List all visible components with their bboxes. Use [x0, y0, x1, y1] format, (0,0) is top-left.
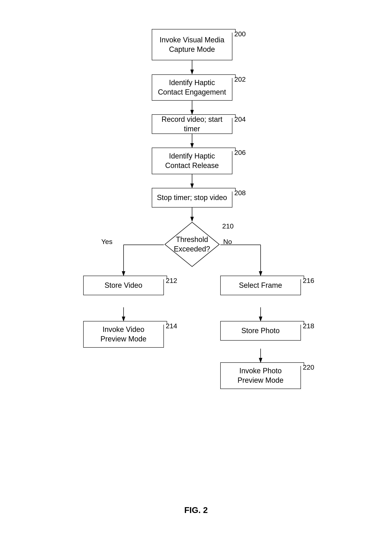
label-214: 214 [166, 322, 177, 330]
no-label: No [223, 238, 232, 245]
label-220: 220 [303, 363, 314, 371]
label-200: 200 [234, 30, 246, 38]
figure-caption: FIG. 2 [55, 505, 337, 515]
node-216: Select Frame [220, 276, 301, 295]
node-210: ThresholdExceeded? [164, 221, 220, 268]
node-202: Identify HapticContact Engagement [152, 74, 232, 101]
node-218: Store Photo [220, 321, 301, 341]
node-214: Invoke VideoPreview Mode [83, 321, 164, 348]
node-220: Invoke PhotoPreview Mode [220, 362, 301, 389]
node-212: Store Video [83, 276, 164, 295]
node-204: Record video; starttimer [152, 114, 232, 134]
label-212: 212 [166, 277, 177, 284]
label-218: 218 [303, 322, 314, 330]
node-200: Invoke Visual Media Capture Mode [152, 29, 232, 60]
label-210: 210 [222, 222, 234, 230]
flowchart-diagram: Invoke Visual Media Capture Mode 200 Ide… [55, 17, 337, 521]
label-202: 202 [234, 76, 246, 83]
label-204: 204 [234, 115, 246, 123]
node-206: Identify HapticContact Release [152, 148, 232, 174]
label-206: 206 [234, 149, 246, 156]
node-208: Stop timer; stop video [152, 188, 232, 208]
yes-label: Yes [101, 238, 112, 245]
label-208: 208 [234, 189, 246, 197]
label-216: 216 [303, 277, 314, 284]
